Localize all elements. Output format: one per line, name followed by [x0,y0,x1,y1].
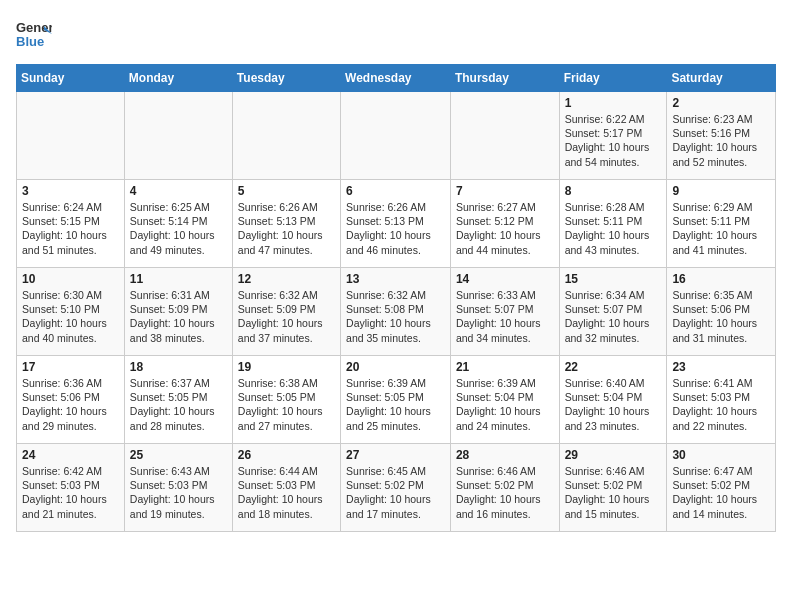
day-number: 15 [565,272,662,286]
calendar-day-cell: 18Sunrise: 6:37 AM Sunset: 5:05 PM Dayli… [124,356,232,444]
day-number: 1 [565,96,662,110]
weekday-header-cell: Saturday [667,65,776,92]
calendar-day-cell: 26Sunrise: 6:44 AM Sunset: 5:03 PM Dayli… [232,444,340,532]
logo: General Blue [16,16,56,52]
day-info: Sunrise: 6:43 AM Sunset: 5:03 PM Dayligh… [130,464,227,521]
day-number: 25 [130,448,227,462]
day-info: Sunrise: 6:28 AM Sunset: 5:11 PM Dayligh… [565,200,662,257]
day-info: Sunrise: 6:26 AM Sunset: 5:13 PM Dayligh… [346,200,445,257]
day-info: Sunrise: 6:30 AM Sunset: 5:10 PM Dayligh… [22,288,119,345]
day-info: Sunrise: 6:47 AM Sunset: 5:02 PM Dayligh… [672,464,770,521]
day-info: Sunrise: 6:37 AM Sunset: 5:05 PM Dayligh… [130,376,227,433]
calendar-day-cell: 8Sunrise: 6:28 AM Sunset: 5:11 PM Daylig… [559,180,667,268]
calendar-day-cell: 19Sunrise: 6:38 AM Sunset: 5:05 PM Dayli… [232,356,340,444]
day-number: 8 [565,184,662,198]
day-number: 7 [456,184,554,198]
calendar-day-cell [450,92,559,180]
calendar-day-cell: 11Sunrise: 6:31 AM Sunset: 5:09 PM Dayli… [124,268,232,356]
day-number: 14 [456,272,554,286]
calendar-day-cell: 9Sunrise: 6:29 AM Sunset: 5:11 PM Daylig… [667,180,776,268]
calendar-day-cell: 20Sunrise: 6:39 AM Sunset: 5:05 PM Dayli… [341,356,451,444]
day-number: 18 [130,360,227,374]
day-info: Sunrise: 6:25 AM Sunset: 5:14 PM Dayligh… [130,200,227,257]
day-number: 17 [22,360,119,374]
page-header: General Blue [16,16,776,52]
day-number: 10 [22,272,119,286]
day-number: 3 [22,184,119,198]
calendar-day-cell: 2Sunrise: 6:23 AM Sunset: 5:16 PM Daylig… [667,92,776,180]
day-number: 22 [565,360,662,374]
day-info: Sunrise: 6:42 AM Sunset: 5:03 PM Dayligh… [22,464,119,521]
calendar-day-cell: 1Sunrise: 6:22 AM Sunset: 5:17 PM Daylig… [559,92,667,180]
day-info: Sunrise: 6:31 AM Sunset: 5:09 PM Dayligh… [130,288,227,345]
day-number: 27 [346,448,445,462]
day-number: 21 [456,360,554,374]
calendar-day-cell: 23Sunrise: 6:41 AM Sunset: 5:03 PM Dayli… [667,356,776,444]
weekday-header-cell: Thursday [450,65,559,92]
svg-text:Blue: Blue [16,34,44,49]
day-info: Sunrise: 6:46 AM Sunset: 5:02 PM Dayligh… [565,464,662,521]
calendar-day-cell: 7Sunrise: 6:27 AM Sunset: 5:12 PM Daylig… [450,180,559,268]
calendar-day-cell: 3Sunrise: 6:24 AM Sunset: 5:15 PM Daylig… [17,180,125,268]
day-number: 13 [346,272,445,286]
calendar-day-cell: 5Sunrise: 6:26 AM Sunset: 5:13 PM Daylig… [232,180,340,268]
calendar-day-cell: 25Sunrise: 6:43 AM Sunset: 5:03 PM Dayli… [124,444,232,532]
calendar-week-row: 10Sunrise: 6:30 AM Sunset: 5:10 PM Dayli… [17,268,776,356]
calendar-day-cell: 15Sunrise: 6:34 AM Sunset: 5:07 PM Dayli… [559,268,667,356]
day-number: 19 [238,360,335,374]
calendar-week-row: 24Sunrise: 6:42 AM Sunset: 5:03 PM Dayli… [17,444,776,532]
calendar-day-cell: 17Sunrise: 6:36 AM Sunset: 5:06 PM Dayli… [17,356,125,444]
weekday-header-cell: Friday [559,65,667,92]
day-number: 4 [130,184,227,198]
day-number: 20 [346,360,445,374]
weekday-header-cell: Sunday [17,65,125,92]
calendar-table: SundayMondayTuesdayWednesdayThursdayFrid… [16,64,776,532]
calendar-day-cell: 13Sunrise: 6:32 AM Sunset: 5:08 PM Dayli… [341,268,451,356]
day-info: Sunrise: 6:46 AM Sunset: 5:02 PM Dayligh… [456,464,554,521]
day-number: 29 [565,448,662,462]
day-info: Sunrise: 6:45 AM Sunset: 5:02 PM Dayligh… [346,464,445,521]
calendar-day-cell [232,92,340,180]
day-info: Sunrise: 6:40 AM Sunset: 5:04 PM Dayligh… [565,376,662,433]
day-number: 12 [238,272,335,286]
day-number: 28 [456,448,554,462]
day-number: 2 [672,96,770,110]
calendar-day-cell: 29Sunrise: 6:46 AM Sunset: 5:02 PM Dayli… [559,444,667,532]
calendar-day-cell: 21Sunrise: 6:39 AM Sunset: 5:04 PM Dayli… [450,356,559,444]
day-info: Sunrise: 6:26 AM Sunset: 5:13 PM Dayligh… [238,200,335,257]
calendar-week-row: 17Sunrise: 6:36 AM Sunset: 5:06 PM Dayli… [17,356,776,444]
weekday-header-cell: Wednesday [341,65,451,92]
day-info: Sunrise: 6:41 AM Sunset: 5:03 PM Dayligh… [672,376,770,433]
weekday-header-row: SundayMondayTuesdayWednesdayThursdayFrid… [17,65,776,92]
logo-icon: General Blue [16,16,52,52]
calendar-day-cell: 10Sunrise: 6:30 AM Sunset: 5:10 PM Dayli… [17,268,125,356]
weekday-header-cell: Tuesday [232,65,340,92]
day-number: 30 [672,448,770,462]
calendar-day-cell: 6Sunrise: 6:26 AM Sunset: 5:13 PM Daylig… [341,180,451,268]
calendar-day-cell: 16Sunrise: 6:35 AM Sunset: 5:06 PM Dayli… [667,268,776,356]
weekday-header-cell: Monday [124,65,232,92]
calendar-week-row: 3Sunrise: 6:24 AM Sunset: 5:15 PM Daylig… [17,180,776,268]
calendar-day-cell [17,92,125,180]
day-info: Sunrise: 6:36 AM Sunset: 5:06 PM Dayligh… [22,376,119,433]
day-info: Sunrise: 6:22 AM Sunset: 5:17 PM Dayligh… [565,112,662,169]
svg-text:General: General [16,20,52,35]
calendar-day-cell: 27Sunrise: 6:45 AM Sunset: 5:02 PM Dayli… [341,444,451,532]
day-info: Sunrise: 6:27 AM Sunset: 5:12 PM Dayligh… [456,200,554,257]
calendar-day-cell [124,92,232,180]
day-number: 9 [672,184,770,198]
day-number: 23 [672,360,770,374]
calendar-day-cell: 30Sunrise: 6:47 AM Sunset: 5:02 PM Dayli… [667,444,776,532]
calendar-day-cell: 24Sunrise: 6:42 AM Sunset: 5:03 PM Dayli… [17,444,125,532]
day-info: Sunrise: 6:34 AM Sunset: 5:07 PM Dayligh… [565,288,662,345]
day-info: Sunrise: 6:44 AM Sunset: 5:03 PM Dayligh… [238,464,335,521]
calendar-day-cell: 12Sunrise: 6:32 AM Sunset: 5:09 PM Dayli… [232,268,340,356]
day-number: 6 [346,184,445,198]
calendar-body: 1Sunrise: 6:22 AM Sunset: 5:17 PM Daylig… [17,92,776,532]
day-info: Sunrise: 6:32 AM Sunset: 5:09 PM Dayligh… [238,288,335,345]
day-info: Sunrise: 6:35 AM Sunset: 5:06 PM Dayligh… [672,288,770,345]
calendar-day-cell [341,92,451,180]
calendar-day-cell: 22Sunrise: 6:40 AM Sunset: 5:04 PM Dayli… [559,356,667,444]
day-info: Sunrise: 6:33 AM Sunset: 5:07 PM Dayligh… [456,288,554,345]
calendar-day-cell: 14Sunrise: 6:33 AM Sunset: 5:07 PM Dayli… [450,268,559,356]
